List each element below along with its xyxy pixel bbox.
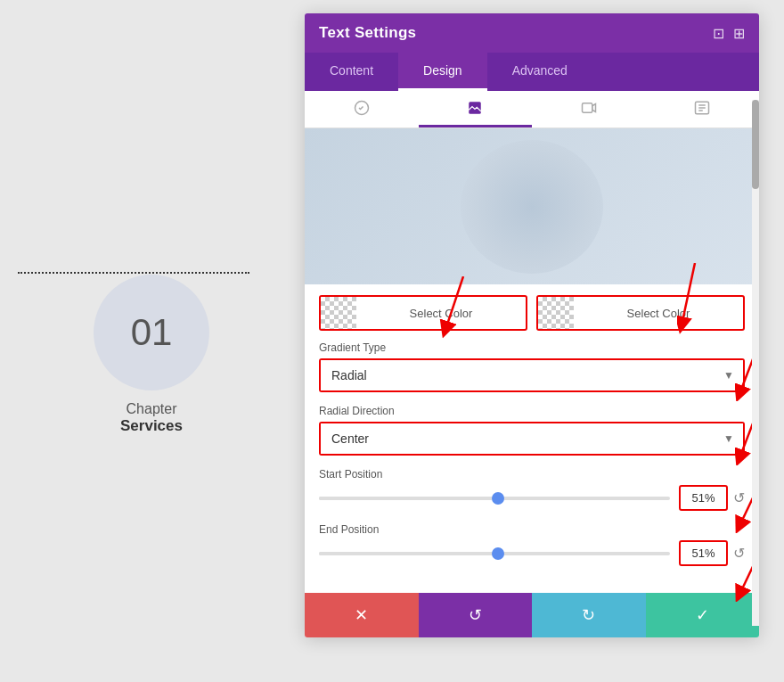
- end-position-section: End Position 51% ↺: [319, 523, 745, 566]
- color-label-2: Select Color: [574, 307, 743, 320]
- gradient-preview: [305, 128, 759, 284]
- gradient-type-select[interactable]: Radial Linear Conic: [321, 360, 743, 390]
- layout-icon[interactable]: ⊞: [733, 25, 745, 42]
- chapter-label: Chapter Services: [120, 401, 183, 435]
- end-position-row: 51% ↺: [319, 540, 745, 566]
- end-position-thumb[interactable]: [492, 547, 504, 560]
- cancel-button[interactable]: ✕: [305, 593, 419, 637]
- bottom-bar: ✕ ↺ ↻ ✓: [305, 593, 759, 637]
- end-position-fill: [319, 552, 498, 555]
- end-position-label: End Position: [319, 523, 745, 536]
- start-position-thumb[interactable]: [492, 492, 504, 505]
- gradient-type-wrapper: Radial Linear Conic ▼: [319, 358, 745, 392]
- panel-body: Gradient Type Radial Linear Conic ▼ Radi…: [305, 341, 759, 593]
- dotted-line: [18, 272, 249, 274]
- start-position-reset[interactable]: ↺: [733, 489, 745, 506]
- start-position-section: Start Position 51% ↺: [319, 468, 745, 511]
- tab-advanced[interactable]: Advanced: [487, 53, 592, 91]
- end-position-reset[interactable]: ↺: [733, 545, 745, 562]
- tab-design[interactable]: Design: [398, 53, 487, 91]
- header-icons: ⊡ ⊞: [713, 25, 745, 42]
- gradient-type-label: Gradient Type: [319, 341, 745, 354]
- text-settings-panel: Text Settings ⊡ ⊞ Content Design Advance…: [305, 13, 759, 637]
- start-position-input[interactable]: 51%: [679, 485, 728, 511]
- icon-tab-text[interactable]: [646, 91, 760, 127]
- end-position-input[interactable]: 51%: [679, 540, 728, 566]
- circle-number: 01: [94, 275, 209, 390]
- redo-button[interactable]: ↻: [532, 593, 646, 637]
- color-checker-2: [538, 297, 574, 329]
- main-tabs: Content Design Advanced: [305, 53, 759, 91]
- color-selector-2[interactable]: Select Color: [536, 295, 745, 331]
- start-position-row: 51% ↺: [319, 485, 745, 511]
- radial-direction-label: Radial Direction: [319, 405, 745, 417]
- end-position-track[interactable]: [319, 552, 670, 555]
- left-area: 01 Chapter Services: [0, 0, 303, 682]
- icon-tabs: [305, 91, 759, 128]
- icon-tab-image[interactable]: [419, 91, 533, 127]
- gradient-circle: [461, 140, 603, 274]
- radial-direction-wrapper: Center Top Left Top Right Bottom Left Bo…: [319, 422, 745, 456]
- radial-direction-select[interactable]: Center Top Left Top Right Bottom Left Bo…: [321, 423, 743, 454]
- color-selectors: Select Color Select Color: [305, 284, 759, 341]
- fullscreen-icon[interactable]: ⊡: [713, 25, 724, 42]
- save-button[interactable]: ✓: [646, 593, 760, 637]
- chapter-title: Services: [120, 417, 183, 435]
- color-checker-1: [321, 297, 356, 329]
- icon-tab-video[interactable]: [532, 91, 646, 127]
- panel-header: Text Settings ⊡ ⊞: [305, 13, 759, 53]
- svg-rect-1: [582, 103, 592, 113]
- icon-tab-paint[interactable]: [305, 91, 419, 127]
- color-selector-1[interactable]: Select Color: [319, 295, 527, 331]
- panel-title: Text Settings: [319, 24, 416, 42]
- scrollbar[interactable]: [752, 100, 759, 626]
- gradient-type-group: Gradient Type Radial Linear Conic ▼: [319, 341, 745, 392]
- reset-button[interactable]: ↺: [419, 593, 533, 637]
- start-position-track[interactable]: [319, 497, 670, 500]
- end-position-input-wrapper: 51% ↺: [679, 540, 745, 566]
- scrollbar-thumb[interactable]: [752, 100, 759, 189]
- start-position-input-wrapper: 51% ↺: [679, 485, 745, 511]
- tab-content[interactable]: Content: [305, 53, 398, 91]
- radial-direction-group: Radial Direction Center Top Left Top Rig…: [319, 405, 745, 456]
- start-position-label: Start Position: [319, 468, 745, 481]
- start-position-fill: [319, 497, 498, 500]
- color-label-1: Select Color: [356, 307, 526, 320]
